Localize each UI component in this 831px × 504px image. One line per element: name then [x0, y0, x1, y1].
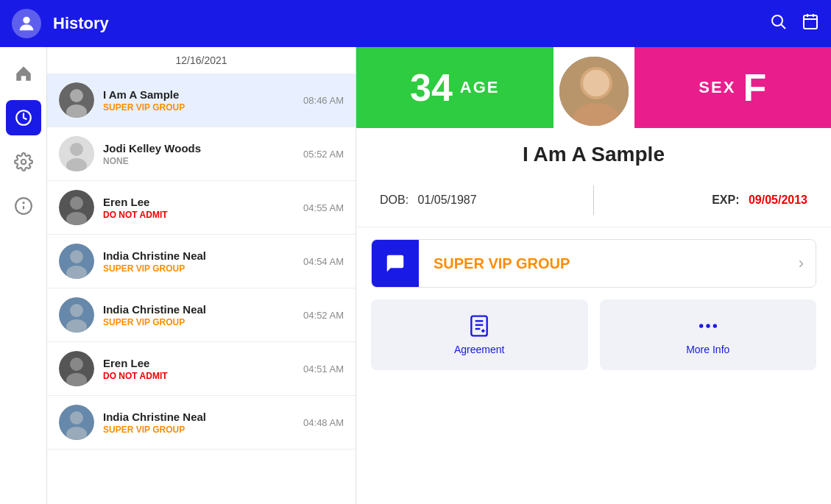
age-label: AGE [460, 78, 500, 97]
svg-point-0 [23, 17, 29, 24]
action-row: Agreement More Info [371, 299, 816, 370]
item-time: 04:54 AM [303, 256, 344, 267]
exp-label: EXP: [712, 194, 739, 206]
item-name: I Am A Sample [103, 88, 294, 101]
svg-point-42 [706, 324, 710, 327]
item-info: Jodi Kelley Woods NONE [103, 142, 294, 166]
item-time: 04:51 AM [303, 363, 344, 375]
item-name: Eren Lee [103, 357, 294, 369]
item-status: DO NOT ADMIT [103, 371, 294, 381]
sidebar-item-home[interactable] [6, 56, 41, 91]
item-time: 04:48 AM [303, 417, 344, 428]
item-time: 04:52 AM [303, 310, 344, 321]
svg-point-8 [21, 160, 26, 165]
list-item[interactable]: Eren Lee DO NOT ADMIT 04:51 AM [47, 342, 356, 396]
exp-value: 09/05/2013 [749, 194, 807, 206]
avatar [59, 244, 94, 279]
svg-point-31 [70, 411, 83, 425]
avatar [59, 190, 94, 225]
svg-point-43 [712, 324, 716, 327]
date-header: 12/16/2021 [47, 47, 356, 74]
age-block: 34 AGE [356, 47, 554, 128]
sex-block: SEX F [634, 47, 832, 128]
item-name: India Christine Neal [103, 249, 294, 262]
list-item[interactable]: India Christine Neal SUPER VIP GROUP 04:… [47, 235, 356, 288]
item-status: NONE [103, 156, 294, 166]
svg-rect-37 [472, 316, 487, 336]
profile-photo-container [554, 47, 634, 128]
sidenav [0, 47, 47, 504]
header-icons [769, 13, 819, 35]
avatar [59, 136, 94, 171]
group-arrow-icon: › [799, 254, 816, 273]
header: History [0, 0, 831, 47]
sidebar-item-settings[interactable] [6, 144, 41, 180]
agreement-button[interactable]: Agreement [371, 299, 588, 370]
list-item[interactable]: Jodi Kelley Woods NONE 05:52 AM [47, 127, 356, 181]
list-item[interactable]: I Am A Sample SUPER VIP GROUP 08:46 AM [47, 74, 356, 127]
item-name: India Christine Neal [103, 411, 294, 423]
group-icon [372, 240, 419, 287]
avatar [59, 351, 94, 386]
svg-point-1 [772, 15, 782, 26]
profile-name: I Am A Sample [356, 128, 831, 174]
svg-point-16 [70, 143, 83, 156]
dob-value: 01/05/1987 [418, 194, 477, 206]
item-info: I Am A Sample SUPER VIP GROUP [103, 88, 294, 113]
group-name: SUPER VIP GROUP [419, 255, 799, 272]
dob-row: DOB: 01/05/1987 EXP: 09/05/2013 [356, 174, 831, 227]
item-info: Eren Lee DO NOT ADMIT [103, 196, 294, 220]
svg-point-36 [583, 70, 609, 96]
group-row[interactable]: SUPER VIP GROUP › [371, 239, 816, 288]
more-info-button[interactable]: More Info [600, 299, 817, 370]
item-name: India Christine Neal [103, 303, 294, 316]
list-item[interactable]: Eren Lee DO NOT ADMIT 04:55 AM [47, 181, 356, 235]
item-status: SUPER VIP GROUP [103, 263, 294, 274]
exp-section: EXP: 09/05/2013 [609, 194, 807, 207]
sidebar-item-info[interactable] [6, 188, 41, 224]
item-info: India Christine Neal SUPER VIP GROUP [103, 249, 294, 274]
item-name: Eren Lee [103, 196, 294, 208]
svg-point-22 [70, 250, 83, 263]
page-title: History [53, 14, 769, 33]
item-status: SUPER VIP GROUP [103, 425, 294, 435]
svg-point-13 [70, 89, 83, 102]
agreement-label: Agreement [454, 344, 504, 355]
svg-rect-3 [804, 15, 817, 29]
svg-point-41 [699, 324, 703, 327]
sex-value: F [743, 65, 766, 110]
item-time: 08:46 AM [303, 95, 344, 106]
dob-section: DOB: 01/05/1987 [380, 194, 579, 207]
list-item[interactable]: India Christine Neal SUPER VIP GROUP 04:… [47, 288, 356, 342]
svg-point-25 [70, 304, 83, 317]
vertical-divider [593, 185, 594, 215]
history-panel: 12/16/2021 I Am A Sample SUPER VIP GROUP… [47, 47, 356, 504]
svg-point-19 [70, 196, 83, 210]
item-info: India Christine Neal SUPER VIP GROUP [103, 411, 294, 435]
user-avatar [12, 9, 41, 38]
item-status: SUPER VIP GROUP [103, 102, 294, 113]
item-status: SUPER VIP GROUP [103, 317, 294, 327]
svg-line-2 [782, 25, 786, 29]
sidebar-item-history[interactable] [6, 100, 41, 135]
avatar [59, 297, 94, 333]
item-time: 05:52 AM [303, 149, 344, 160]
age-value: 34 [410, 65, 453, 110]
svg-point-28 [70, 358, 83, 371]
item-time: 04:55 AM [303, 202, 344, 213]
main-layout: 12/16/2021 I Am A Sample SUPER VIP GROUP… [0, 47, 831, 504]
search-icon[interactable] [769, 13, 787, 35]
item-status: DO NOT ADMIT [103, 210, 294, 220]
item-info: India Christine Neal SUPER VIP GROUP [103, 303, 294, 327]
item-name: Jodi Kelley Woods [103, 142, 294, 155]
dob-label: DOB: [380, 194, 409, 206]
avatar [59, 405, 94, 440]
sex-label: SEX [699, 78, 735, 97]
profile-banner: 34 AGE SEX F [356, 47, 831, 128]
more-info-label: More Info [686, 344, 729, 355]
calendar-icon[interactable] [802, 13, 819, 35]
profile-avatar [557, 54, 631, 128]
avatar [59, 82, 94, 118]
detail-panel: 34 AGE SEX F I Am A Sample [356, 47, 831, 504]
list-item[interactable]: India Christine Neal SUPER VIP GROUP 04:… [47, 396, 356, 450]
